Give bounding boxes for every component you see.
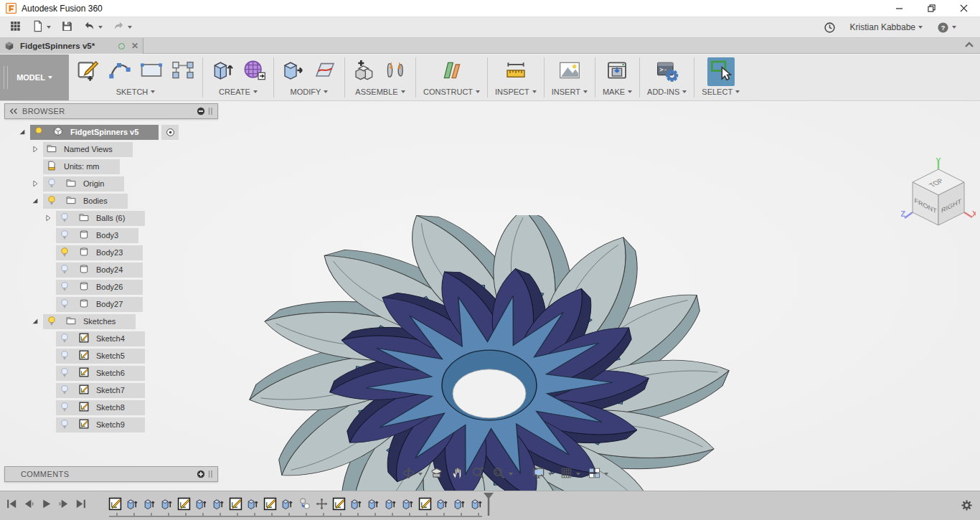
toolbar-collapse-button[interactable] — [964, 40, 974, 53]
panel-grip-icon[interactable] — [208, 470, 213, 478]
tree-row-body24[interactable]: Body24 — [4, 261, 218, 278]
tree-row-body27[interactable]: Body27 — [4, 296, 218, 313]
insert-image-icon[interactable] — [557, 59, 582, 85]
tree-row-fidgetspinners-v5[interactable]: FidgetSpinners v5 — [4, 123, 218, 141]
visibility-bulb-icon[interactable] — [60, 384, 71, 396]
tree-row-units-mm[interactable]: Units: mm — [4, 158, 218, 175]
timeline-feature-sketch-8[interactable] — [227, 496, 244, 511]
visibility-bulb-icon[interactable] — [34, 126, 45, 138]
help-button[interactable]: ? — [933, 19, 960, 36]
go-to-start-button[interactable] — [6, 498, 18, 513]
step-forward-button[interactable] — [57, 498, 70, 513]
timeline-feature-extrude-18[interactable] — [399, 496, 416, 511]
ribbon-group-label[interactable]: SELECT — [702, 88, 740, 96]
tree-row-named-views[interactable]: Named Views — [4, 141, 218, 158]
spline-icon[interactable] — [108, 59, 132, 85]
collapse-arrow-icon[interactable] — [27, 193, 43, 209]
minimize-button[interactable] — [883, 0, 915, 17]
timeline-feature-extrude-15[interactable] — [347, 496, 364, 511]
timeline-feature-extrude-11[interactable] — [278, 496, 296, 511]
visibility-bulb-icon[interactable] — [60, 367, 71, 379]
ribbon-group-label[interactable]: MAKE — [603, 88, 632, 96]
rectangle-icon[interactable] — [139, 59, 164, 85]
tree-row-sketch7[interactable]: Sketch7 — [4, 382, 218, 399]
timeline-feature-sketch-19[interactable] — [416, 496, 433, 511]
ribbon-group-label[interactable]: SKETCH — [116, 88, 156, 96]
scripts-icon[interactable]: >- — [655, 59, 679, 85]
workspace-switcher[interactable]: MODEL — [0, 55, 69, 100]
tree-row-body3[interactable]: Body3 — [4, 227, 218, 244]
visibility-bulb-icon[interactable] — [47, 195, 58, 207]
zoom-button[interactable] — [468, 464, 488, 485]
collapse-arrow-icon[interactable] — [27, 313, 43, 329]
timeline-feature-extrude-20[interactable] — [433, 496, 451, 511]
go-to-end-button[interactable] — [75, 498, 87, 513]
pan-button[interactable] — [448, 464, 467, 485]
extrude-icon[interactable] — [210, 59, 235, 85]
joint-icon[interactable] — [384, 59, 408, 85]
fit-button[interactable] — [489, 464, 516, 485]
select-icon[interactable] — [707, 57, 735, 86]
expand-arrow-icon[interactable] — [27, 176, 43, 192]
visibility-bulb-icon[interactable] — [60, 333, 71, 344]
visibility-bulb-icon[interactable] — [60, 212, 71, 224]
expand-arrow-icon[interactable] — [40, 210, 56, 226]
recent-activity-button[interactable] — [820, 19, 839, 36]
measure-icon[interactable] — [504, 59, 528, 85]
visibility-bulb-icon[interactable] — [60, 281, 71, 293]
visibility-bulb-icon[interactable] — [60, 350, 71, 361]
ribbon-group-label[interactable]: INSERT — [552, 88, 588, 96]
viewports-button[interactable] — [585, 464, 611, 485]
panel-grip-icon[interactable] — [208, 107, 213, 115]
undo-button[interactable] — [80, 18, 106, 37]
expand-arrow-icon[interactable] — [27, 141, 43, 157]
visibility-bulb-icon[interactable] — [47, 316, 58, 327]
collapse-double-left-icon[interactable] — [9, 108, 18, 115]
viewcube[interactable]: YZXTOPFRONTRIGHT — [901, 158, 976, 235]
ribbon-group-label[interactable]: INSPECT — [495, 88, 537, 96]
ribbon-group-label[interactable]: CREATE — [219, 88, 258, 96]
timeline-feature-extrude-7[interactable] — [209, 496, 227, 511]
timeline-feature-extrude-4[interactable] — [158, 496, 175, 511]
tree-row-bodies[interactable]: Bodies — [4, 192, 218, 209]
tree-row-sketch9[interactable]: Sketch9 — [4, 416, 218, 433]
visibility-bulb-icon[interactable] — [60, 264, 71, 275]
collapse-arrow-icon[interactable] — [14, 124, 30, 140]
timeline-feature-extrude-16[interactable] — [364, 496, 382, 511]
save-button[interactable] — [57, 18, 77, 37]
visibility-bulb-icon[interactable] — [60, 247, 71, 258]
user-account-button[interactable]: Kristian Kabbabe — [847, 20, 926, 34]
tree-row-sketch8[interactable]: Sketch8 — [4, 399, 218, 416]
ribbon-group-label[interactable]: ADD-INS — [647, 88, 687, 96]
play-button[interactable] — [40, 498, 52, 513]
timeline-feature-extrude-2[interactable] — [123, 496, 141, 511]
grid-settings-button[interactable] — [557, 464, 583, 485]
ribbon-group-label[interactable]: MODIFY — [291, 88, 329, 96]
remove-circle-icon[interactable] — [197, 107, 205, 115]
tree-row-balls-6-[interactable]: Balls (6) — [4, 209, 218, 227]
timeline-feature-extrude-21[interactable] — [451, 496, 468, 511]
app-grid-button[interactable] — [6, 18, 25, 37]
close-button[interactable] — [948, 0, 980, 17]
timeline-feature-extrude-6[interactable] — [192, 496, 209, 511]
visibility-bulb-icon[interactable] — [60, 298, 71, 310]
construct-plane-icon[interactable] — [440, 59, 464, 85]
redo-button[interactable] — [109, 18, 136, 37]
visibility-bulb-icon[interactable] — [47, 178, 58, 189]
orbit-button[interactable] — [399, 464, 425, 485]
timeline-settings-button[interactable] — [961, 499, 973, 511]
split-face-icon[interactable] — [313, 59, 337, 85]
file-button[interactable] — [28, 18, 55, 37]
ribbon-group-label[interactable]: ASSEMBLE — [355, 88, 405, 96]
step-back-button[interactable] — [23, 498, 35, 513]
new-component-icon[interactable] — [352, 59, 377, 85]
tab-close-icon[interactable]: ✕ — [131, 41, 138, 51]
activate-radio-icon[interactable] — [161, 125, 179, 140]
tree-row-sketch6[interactable]: Sketch6 — [4, 364, 218, 382]
timeline-feature-sketch-10[interactable] — [261, 496, 278, 511]
timeline-feature-sketch-5[interactable] — [175, 496, 192, 511]
comments-header[interactable]: COMMENTS — [4, 466, 218, 482]
browser-header[interactable]: BROWSER — [4, 103, 218, 119]
timeline-feature-sketch-1[interactable] — [106, 496, 123, 511]
tree-row-body26[interactable]: Body26 — [4, 278, 218, 296]
